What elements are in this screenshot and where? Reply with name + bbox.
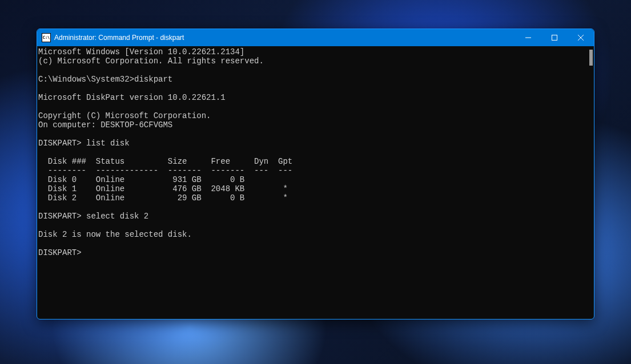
terminal-area[interactable]: Microsoft Windows [Version 10.0.22621.21… xyxy=(37,46,594,319)
minimize-button[interactable] xyxy=(515,29,541,46)
close-button[interactable] xyxy=(568,29,594,46)
terminal-output: Microsoft Windows [Version 10.0.22621.21… xyxy=(38,47,587,257)
titlebar[interactable]: C:\ Administrator: Command Prompt - disk… xyxy=(37,29,594,46)
close-icon xyxy=(578,35,584,41)
scrollbar-thumb[interactable] xyxy=(589,50,593,66)
minimize-icon xyxy=(525,35,531,41)
maximize-button[interactable] xyxy=(541,29,568,46)
command-prompt-window: C:\ Administrator: Command Prompt - disk… xyxy=(37,29,594,319)
maximize-icon xyxy=(552,35,557,41)
app-icon: C:\ xyxy=(42,33,51,42)
svg-rect-1 xyxy=(552,35,557,41)
window-title: Administrator: Command Prompt - diskpart xyxy=(54,34,184,42)
